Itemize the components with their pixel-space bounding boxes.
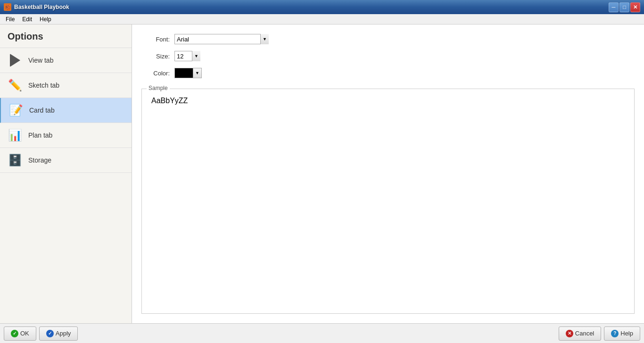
help-button[interactable]: ? Help — [604, 327, 640, 341]
ok-icon: ✓ — [11, 330, 18, 337]
sidebar: Options View tab ✏️ Sketch tab 📝 — [0, 24, 132, 323]
main-area: Options View tab ✏️ Sketch tab 📝 — [0, 24, 644, 343]
sidebar-item-card-label: Card tab — [29, 106, 55, 114]
apply-icon: ✓ — [46, 330, 54, 337]
content-row: Options View tab ✏️ Sketch tab 📝 — [0, 24, 644, 323]
apply-label: Apply — [56, 330, 71, 337]
cancel-label: Cancel — [575, 330, 594, 337]
close-button[interactable]: ✕ — [630, 2, 640, 12]
sidebar-item-view-label: View tab — [28, 57, 53, 64]
sidebar-item-sketch-label: Sketch tab — [28, 82, 59, 89]
font-row: Font: Arial Times New Roman Courier New … — [141, 34, 635, 44]
size-select[interactable]: 8 9 10 11 12 14 16 18 20 24 — [174, 51, 200, 61]
color-picker-wrapper[interactable]: ▼ — [174, 68, 202, 78]
sidebar-item-view[interactable]: View tab — [0, 48, 132, 73]
titlebar: 🏀 Basketball Playbook ─ □ ✕ — [0, 0, 644, 14]
window-title: Basketball Playbook — [14, 4, 69, 10]
apply-button[interactable]: ✓ Apply — [39, 327, 78, 341]
ok-button[interactable]: ✓ OK — [4, 327, 36, 341]
right-panel: Font: Arial Times New Roman Courier New … — [132, 24, 644, 323]
sidebar-item-storage[interactable]: 🗄️ Storage — [0, 148, 132, 173]
font-label: Font: — [141, 36, 170, 43]
bottom-bar-left: ✓ OK ✓ Apply — [4, 327, 78, 341]
font-select[interactable]: Arial Times New Roman Courier New Verdan… — [174, 34, 269, 44]
play-icon — [8, 53, 23, 68]
card-icon: 📝 — [8, 103, 24, 118]
storage-icon: 🗄️ — [8, 153, 23, 168]
size-label: Size: — [141, 53, 170, 60]
menu-help[interactable]: Help — [36, 15, 55, 24]
plan-icon: 📊 — [8, 128, 23, 143]
font-select-wrapper: Arial Times New Roman Courier New Verdan… — [174, 34, 269, 44]
menu-file[interactable]: File — [2, 15, 18, 24]
help-label: Help — [620, 330, 633, 337]
sample-box: Sample AaBbYyZZ — [141, 89, 635, 314]
menu-edit[interactable]: Edit — [18, 15, 36, 24]
window-controls: ─ □ ✕ — [609, 2, 640, 12]
sidebar-item-plan[interactable]: 📊 Plan tab — [0, 123, 132, 148]
color-row: Color: ▼ — [141, 68, 635, 78]
size-row: Size: 8 9 10 11 12 14 16 18 20 24 ▼ — [141, 51, 635, 61]
color-swatch — [175, 68, 193, 78]
menubar: File Edit Help — [0, 14, 644, 24]
sidebar-item-card[interactable]: 📝 Card tab — [0, 98, 132, 123]
cancel-icon: ✕ — [566, 330, 573, 337]
sample-text: AaBbYyZZ — [142, 89, 634, 113]
restore-button[interactable]: □ — [619, 2, 629, 12]
options-header: Options — [0, 24, 132, 48]
size-select-wrapper: 8 9 10 11 12 14 16 18 20 24 ▼ — [174, 51, 200, 61]
app-icon: 🏀 — [4, 3, 11, 11]
sidebar-item-storage-label: Storage — [28, 156, 51, 164]
color-dropdown-arrow[interactable]: ▼ — [193, 68, 201, 78]
sample-label: Sample — [147, 85, 170, 91]
sidebar-item-sketch[interactable]: ✏️ Sketch tab — [0, 73, 132, 98]
titlebar-left: 🏀 Basketball Playbook — [4, 3, 69, 11]
ok-label: OK — [20, 330, 29, 337]
sidebar-item-plan-label: Plan tab — [28, 131, 52, 139]
pencil-icon: ✏️ — [8, 78, 23, 93]
bottom-bar-right: ✕ Cancel ? Help — [559, 327, 640, 341]
color-label: Color: — [141, 70, 170, 77]
help-icon: ? — [611, 330, 619, 337]
bottom-bar: ✓ OK ✓ Apply ✕ Cancel ? Help — [0, 323, 644, 343]
minimize-button[interactable]: ─ — [609, 2, 619, 12]
cancel-button[interactable]: ✕ Cancel — [559, 327, 601, 341]
